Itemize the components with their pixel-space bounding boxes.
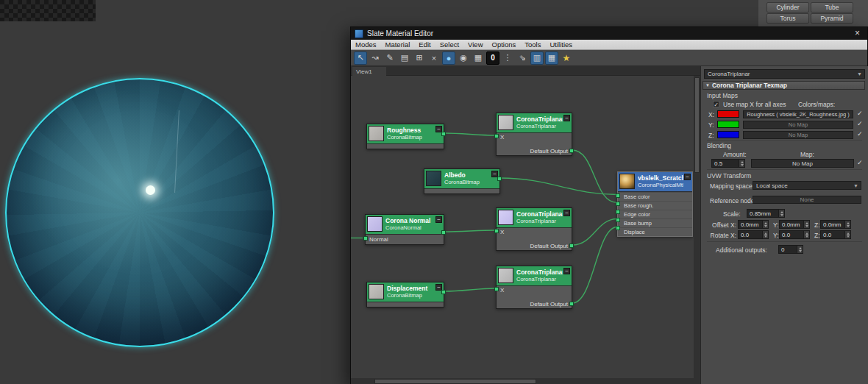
menu-select[interactable]: Select: [435, 40, 463, 49]
collapse-icon[interactable]: −: [563, 268, 570, 274]
collapse-icon[interactable]: −: [435, 216, 442, 223]
blending-map-button[interactable]: No Map: [751, 159, 854, 168]
arrange-children-icon[interactable]: ⇘: [516, 51, 529, 65]
wire-displacement-to-triplanar[interactable]: [444, 288, 496, 291]
wire-triplanar-to-displace[interactable]: [572, 227, 617, 304]
spinner-arrows-icon[interactable]: [762, 231, 768, 238]
spinner-arrows-icon[interactable]: [739, 160, 744, 167]
spinner-arrows-icon[interactable]: [778, 210, 784, 217]
align-horizontal-icon[interactable]: ▥: [530, 51, 544, 65]
reference-node-button[interactable]: None: [753, 196, 861, 204]
z-color-swatch[interactable]: [717, 131, 739, 138]
y-map-enabled-check[interactable]: ✓: [857, 120, 863, 127]
input-socket-displace[interactable]: [616, 226, 620, 230]
amount-spinner[interactable]: 0.5: [711, 159, 745, 168]
menu-edit[interactable]: Edit: [414, 40, 435, 49]
output-socket[interactable]: [569, 149, 574, 153]
blending-map-enabled-check[interactable]: ✓: [857, 159, 863, 166]
input-socket-x[interactable]: [494, 287, 499, 291]
title-bar[interactable]: Slate Material Editor ×: [351, 27, 867, 40]
offset-x-spinner[interactable]: 0.0mm: [738, 220, 769, 229]
y-color-swatch[interactable]: [717, 121, 739, 128]
vertical-scrollbar[interactable]: [694, 76, 700, 378]
rotate-x-spinner[interactable]: 0.0: [738, 230, 769, 239]
wire-triplanar-to-base-rough[interactable]: [572, 150, 617, 203]
node-albedo[interactable]: Albedo CoronaBitmap −: [424, 168, 500, 194]
input-socket-edge-color[interactable]: [616, 210, 620, 214]
create-tube-button[interactable]: Tube: [811, 2, 853, 13]
layout-all-icon[interactable]: ⊞: [413, 51, 426, 65]
output-socket[interactable]: [497, 177, 502, 181]
node-triplanar-middle[interactable]: CoronaTriplanar CoronaTriplanar − X Defa…: [496, 207, 572, 251]
rollout-header[interactable]: ▼ Corona Triplanar Texmap: [702, 81, 865, 90]
spinner-arrows-icon[interactable]: [803, 231, 809, 238]
align-vertical-icon[interactable]: ▦: [545, 51, 558, 65]
create-cylinder-button[interactable]: Cylinder: [766, 2, 809, 13]
offset-y-spinner[interactable]: 0.0mm: [779, 220, 810, 229]
x-color-swatch[interactable]: [717, 110, 739, 118]
menu-modes[interactable]: Modes: [351, 40, 381, 49]
x-map-enabled-check[interactable]: ✓: [857, 110, 863, 117]
node-triplanar-top[interactable]: CoronaTriplanar CoronaTriplanar − X Defa…: [496, 113, 572, 156]
show-map-in-viewport-icon[interactable]: ●: [442, 51, 455, 65]
spinner-arrows-icon[interactable]: [762, 221, 768, 228]
output-socket[interactable]: [441, 230, 446, 235]
node-triplanar-bottom[interactable]: CoronaTriplanar CoronaTriplanar − X Defa…: [496, 266, 572, 309]
menu-material[interactable]: Material: [381, 40, 415, 49]
use-map-x-checkbox[interactable]: ✓: [713, 101, 719, 107]
show-shaded-material-icon[interactable]: ◉: [457, 51, 470, 65]
node-displacement[interactable]: Displacement CoronaBitmap −: [366, 282, 444, 307]
menu-tools[interactable]: Tools: [520, 40, 545, 49]
rename-tool-icon[interactable]: ✎: [383, 51, 396, 65]
delete-selected-icon[interactable]: ×: [427, 51, 441, 65]
show-numbers-icon[interactable]: 0: [486, 51, 499, 65]
spinner-arrows-icon[interactable]: [844, 231, 850, 238]
select-tool-icon[interactable]: ↖: [354, 51, 367, 65]
menu-view[interactable]: View: [463, 40, 487, 49]
mapping-space-dropdown[interactable]: Local space ▼: [753, 181, 861, 190]
output-socket[interactable]: [569, 243, 574, 248]
spinner-arrows-icon[interactable]: [844, 221, 850, 228]
input-socket-normal[interactable]: [363, 236, 368, 241]
node-material[interactable]: vbslelk_Scratch... CoronaPhysicalMtl − B…: [617, 171, 693, 237]
output-socket[interactable]: [569, 302, 574, 306]
wire-normal-to-triplanar[interactable]: [444, 230, 496, 232]
material-id-channel-icon[interactable]: ★: [560, 51, 573, 65]
input-socket-x[interactable]: [494, 229, 499, 233]
node-roughness[interactable]: Roughness CoronaBitmap −: [366, 124, 444, 149]
material-selector-dropdown[interactable]: CoronaTriplanar ▼: [704, 69, 865, 79]
create-torus-button[interactable]: Torus: [766, 13, 809, 24]
output-socket[interactable]: [441, 290, 446, 294]
scale-spinner[interactable]: 0.85mm: [747, 209, 785, 218]
spinner-arrows-icon[interactable]: [797, 246, 803, 253]
horizontal-scrollbar-thumb[interactable]: [374, 379, 536, 384]
input-socket-base-rough[interactable]: [616, 202, 620, 206]
collapse-icon[interactable]: −: [563, 210, 570, 216]
z-map-button[interactable]: No Map: [743, 131, 853, 139]
y-map-button[interactable]: No Map: [743, 121, 853, 129]
layout-children-icon[interactable]: ⋮: [501, 51, 514, 65]
rotate-y-spinner[interactable]: 0.0: [779, 230, 810, 239]
material-preview-sphere[interactable]: [5, 78, 274, 347]
horizontal-scrollbar[interactable]: [351, 378, 694, 384]
menu-options[interactable]: Options: [488, 40, 521, 49]
show-background-icon[interactable]: ▦: [472, 51, 485, 65]
wire-triplanar-to-base-bump[interactable]: [572, 219, 617, 246]
node-corona-normal[interactable]: Corona Normal CoronaNormal − Normal: [365, 214, 444, 245]
column-view-icon[interactable]: ▤: [398, 51, 411, 65]
wire-roughness-to-triplanar[interactable]: [444, 133, 496, 135]
vertical-scrollbar-thumb[interactable]: [694, 77, 700, 173]
input-socket-base-color[interactable]: [616, 193, 620, 198]
node-graph-view[interactable]: View1 Roughnes: [351, 66, 701, 384]
close-button[interactable]: ×: [852, 28, 863, 39]
input-socket-base-bump[interactable]: [616, 218, 620, 222]
collapse-icon[interactable]: −: [563, 115, 570, 121]
connect-tool-icon[interactable]: ↝: [369, 51, 382, 65]
rotate-z-spinner[interactable]: 0.0: [820, 230, 851, 239]
create-pyramid-button[interactable]: Pyramid: [811, 13, 853, 24]
output-socket[interactable]: [441, 132, 446, 136]
z-map-enabled-check[interactable]: ✓: [857, 130, 863, 138]
view1-tab[interactable]: View1: [352, 67, 386, 76]
input-socket-x[interactable]: [494, 134, 499, 138]
menu-utilities[interactable]: Utilities: [545, 40, 577, 49]
